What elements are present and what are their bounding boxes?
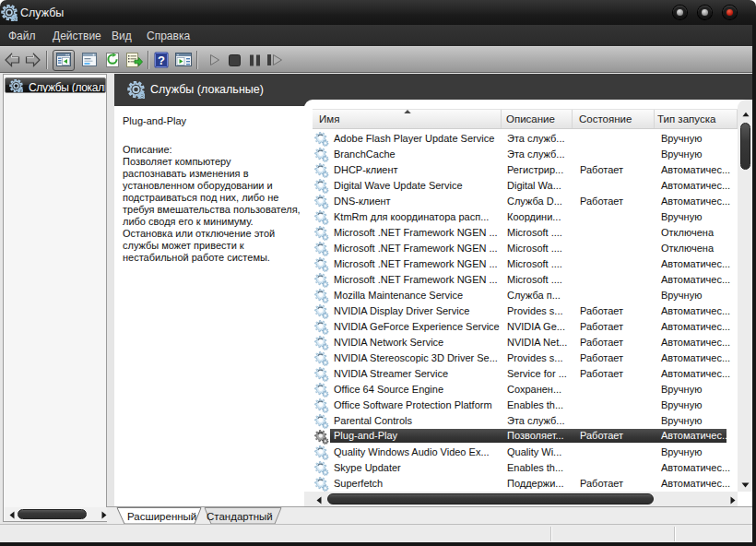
svg-text:?: ?	[158, 53, 165, 67]
